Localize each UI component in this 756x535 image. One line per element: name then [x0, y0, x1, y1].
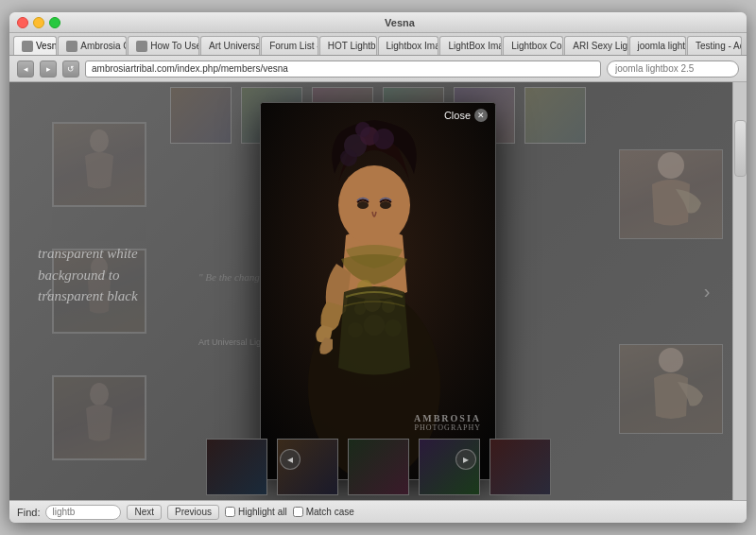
lightbox-next-button[interactable]: ▸ [455, 449, 476, 470]
tab-ari[interactable]: ARI Sexy Light... [564, 36, 627, 55]
highlight-all-text: Highlight all [238, 507, 287, 517]
tab-label: joomla lightb... [638, 41, 687, 51]
tab-favicon [22, 41, 33, 52]
lightbox-nav-bottom: ◂ ▸ [261, 449, 495, 470]
close-button[interactable] [17, 17, 28, 28]
tab-lightbox1[interactable]: Lightbox Imag... [378, 36, 439, 55]
lightbox-close-button[interactable]: Close ✕ [444, 109, 488, 122]
lightbox-panel: Close ✕ [260, 102, 496, 480]
lightbox-prev-button[interactable]: ◂ [280, 449, 301, 470]
window-title: Vesna [60, 17, 739, 28]
scrollbar-thumb[interactable] [734, 120, 747, 177]
tab-forum[interactable]: Forum List - ... [261, 36, 318, 55]
browser-content: ☆ ☆ ☆ ☆ ☆ [9, 82, 747, 500]
refresh-button[interactable]: ↺ [62, 60, 79, 78]
tab-lightbox2[interactable]: LightBox Imag... [439, 36, 502, 55]
back-button[interactable]: ◂ [17, 60, 34, 78]
tab-label: Lightbox Imag... [387, 41, 439, 51]
svg-point-13 [357, 201, 369, 209]
find-next-button[interactable]: Next [127, 505, 162, 520]
tab-testing[interactable]: Testing - Ad... [687, 36, 742, 55]
close-label: Close [444, 110, 471, 121]
match-case-label: Match case [293, 507, 354, 517]
match-case-text: Match case [306, 507, 354, 517]
svg-point-11 [340, 149, 357, 166]
tab-bar: Vesna Ambrosia Cla... How To Use Li... A… [9, 33, 747, 56]
title-bar: Vesna [9, 12, 747, 33]
tab-label: Ambrosia Cla... [80, 41, 127, 51]
tab-hot[interactable]: HOT Lightbo... [319, 36, 377, 55]
close-x-icon[interactable]: ✕ [474, 109, 488, 122]
svg-point-7 [338, 165, 410, 245]
tab-label: How To Use Li... [150, 41, 199, 51]
tab-favicon [136, 41, 147, 52]
search-input[interactable] [607, 60, 739, 78]
maximize-button[interactable] [49, 17, 60, 28]
tab-lightboxcont[interactable]: Lightbox Cont... [503, 36, 563, 55]
tab-label: LightBox Imag... [448, 41, 502, 51]
tab-label: Forum List - ... [269, 41, 318, 51]
address-input[interactable] [85, 60, 601, 78]
tab-label: Lightbox Cont... [511, 41, 563, 51]
tab-label: Art Universal ... [209, 41, 260, 51]
svg-point-10 [373, 129, 394, 149]
svg-point-12 [355, 122, 370, 137]
logo-line2: photography [415, 423, 481, 432]
find-input[interactable] [45, 505, 121, 520]
highlight-all-label: Highlight all [225, 507, 287, 517]
tab-joomla[interactable]: joomla lightb... [629, 36, 687, 55]
highlight-all-checkbox[interactable] [225, 507, 235, 517]
forward-button[interactable]: ▸ [40, 60, 57, 78]
tab-howtouse[interactable]: How To Use Li... [128, 36, 199, 55]
lightbox-image: AMBROSIA photography [261, 103, 495, 479]
tab-label: Vesna [36, 41, 57, 51]
tab-label: ARI Sexy Light... [573, 41, 627, 51]
browser-window: Vesna Vesna Ambrosia Cla... How To Use L… [9, 12, 747, 523]
address-bar: ◂ ▸ ↺ [9, 56, 747, 82]
list-item [490, 439, 551, 495]
find-bar: Find: Next Previous Highlight all Match … [9, 500, 747, 523]
minimize-button[interactable] [33, 17, 44, 28]
tab-ambrosia[interactable]: Ambrosia Cla... [58, 36, 127, 55]
logo-line1: AMBROSIA [414, 413, 481, 423]
match-case-checkbox[interactable] [293, 507, 303, 517]
tab-artuniversal[interactable]: Art Universal ... [200, 36, 260, 55]
tab-favicon [66, 41, 77, 52]
find-previous-button[interactable]: Previous [167, 505, 219, 520]
scrollbar[interactable] [732, 82, 747, 500]
tab-label: Testing - Ad... [696, 41, 742, 51]
traffic-lights [17, 17, 60, 28]
svg-point-14 [380, 201, 391, 209]
find-label: Find: [17, 507, 40, 518]
tab-vesna[interactable]: Vesna [13, 36, 57, 55]
tab-label: HOT Lightbo... [328, 41, 377, 51]
lightbox-logo: AMBROSIA photography [414, 413, 481, 432]
list-item [206, 439, 267, 495]
